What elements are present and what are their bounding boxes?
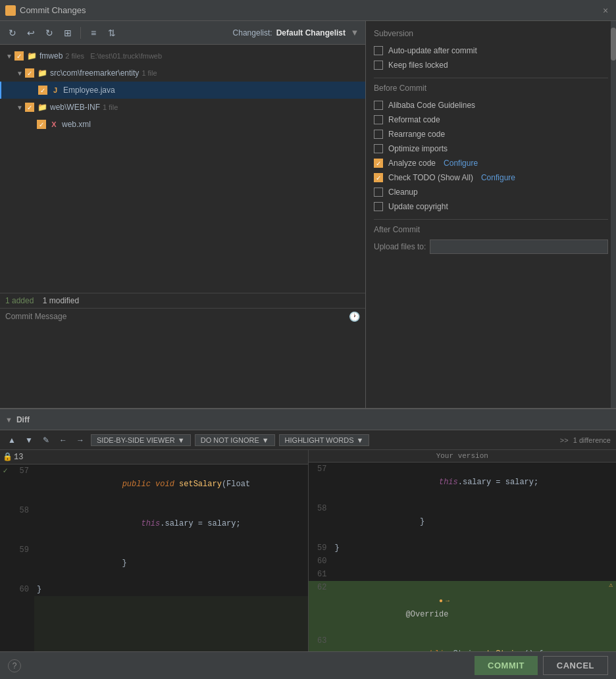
diff-next-button[interactable]: → [74, 434, 87, 447]
options-scrollbar-thumb[interactable] [611, 28, 616, 61]
cancel-button[interactable]: CANCEL [543, 656, 608, 675]
do-not-ignore-button[interactable]: DO NOT IGNORE ▼ [195, 434, 275, 446]
checkbox-fmweb[interactable]: ✓ [14, 51, 24, 61]
undo-button[interactable]: ↩ [24, 26, 38, 40]
expand-button[interactable]: ⇅ [105, 26, 119, 40]
diff-content: 🔒 13 ✓ 57 public void setSalary(Float [0, 450, 616, 651]
link-analyze-configure[interactable]: Configure [444, 159, 478, 168]
highlight-words-button[interactable]: HIGHLIGHT WORDS ▼ [279, 434, 370, 446]
redo-button[interactable]: ↻ [42, 26, 57, 40]
gutter-check-57: ✓ [0, 465, 11, 478]
linenum-58-right: 58 [309, 502, 332, 515]
checkbox-rearrange[interactable] [374, 130, 383, 139]
toolbar: ↻ ↩ ↻ ⊞ ≡ ⇅ Changelist: Default Changeli… [0, 21, 365, 45]
tree-item-entity[interactable]: ▼ ✓ 📁 src\com\freemarker\entity 1 file [0, 64, 365, 82]
linenum-61-right: 61 [309, 568, 332, 581]
commit-button[interactable]: COMMIT [475, 656, 538, 675]
diff-count: >> 1 difference [560, 436, 611, 444]
checkbox-keep-files[interactable] [374, 61, 383, 70]
commit-history-icon[interactable]: 🕐 [349, 311, 360, 322]
stats-bar: 1 added 1 modified [0, 293, 365, 308]
right-line-62: 62 ● → @Override ⚠ [309, 581, 617, 634]
label-auto-update: Auto-update after commit [388, 46, 477, 55]
top-panel: ↻ ↩ ↻ ⊞ ≡ ⇅ Changelist: Default Changeli… [0, 21, 616, 409]
checkbox-employee[interactable]: ✓ [38, 86, 47, 95]
tree-item-employee[interactable]: ✓ J Employee.java [0, 82, 365, 99]
checkbox-auto-update[interactable] [374, 46, 383, 55]
checkbox-alibaba[interactable] [374, 101, 383, 110]
tree-item-fmweb[interactable]: ▼ ✓ 📁 fmweb 2 files E:\test\01.truck\fmw… [0, 47, 365, 64]
folder-icon-webinf: 📁 [37, 102, 47, 113]
left-content-59: } [34, 543, 308, 583]
label-check-todo: Check TODO (Show All) [388, 173, 473, 182]
changelist-dropdown[interactable]: ▼ [349, 28, 360, 38]
checkbox-optimize[interactable] [374, 144, 383, 153]
entity-meta: 1 file [141, 69, 157, 77]
after-commit-title: After Commit [374, 225, 608, 234]
label-alibaba: Alibaba Code Guidelines [388, 101, 475, 110]
option-check-todo: ✓ Check TODO (Show All) Configure [374, 170, 608, 185]
chevron-down-icon-webinf: ▼ [16, 103, 24, 111]
upload-field[interactable] [430, 239, 608, 254]
linenum-57-right: 57 [309, 463, 332, 476]
folder-icon-entity: 📁 [37, 68, 47, 78]
diff-chevron-icon[interactable]: ▼ [5, 416, 13, 424]
close-button[interactable]: × [600, 5, 611, 16]
checkbox-webxml[interactable]: ✓ [37, 120, 46, 129]
right-line-63: 63 public String toString() { [309, 634, 617, 651]
right-content-59: } [332, 541, 606, 555]
tree-item-webinf[interactable]: ▼ ✓ 📁 web\WEB-INF 1 file [0, 99, 365, 116]
before-commit-title: Before Commit [374, 84, 608, 93]
folder-icon: 📁 [26, 51, 37, 61]
left-line-58: 58 this.salary = salary; [0, 504, 308, 543]
help-button[interactable]: ? [8, 659, 21, 672]
upload-label: Upload files to: [374, 242, 426, 251]
checkbox-analyze[interactable]: ✓ [374, 159, 383, 168]
diff-nav-down-button[interactable]: ▼ [22, 434, 36, 447]
commit-message-area: Commit Message 🕐 [0, 308, 365, 408]
app-icon [5, 5, 16, 16]
right-code-lines: 57 this.salary = salary; 58 } [309, 463, 617, 651]
bottom-bar: ? COMMIT CANCEL [0, 651, 616, 679]
left-content-60: } [34, 583, 308, 596]
xml-file-icon: X [49, 119, 59, 130]
right-line-59: 59 } [309, 541, 617, 555]
side-by-side-viewer-button[interactable]: SIDE-BY-SIDE VIEWER ▼ [91, 434, 191, 446]
commit-message-input[interactable] [5, 324, 360, 403]
linenum-63-right: 63 [309, 634, 332, 647]
checkbox-check-todo[interactable]: ✓ [374, 173, 383, 182]
group-button[interactable]: ⊞ [61, 26, 75, 40]
java-file-icon: J [50, 85, 61, 95]
right-content-62: ● → @Override [332, 581, 606, 634]
right-line-60: 60 [309, 555, 617, 568]
checkbox-update-copyright[interactable] [374, 202, 383, 211]
diff-prev-button[interactable]: ← [57, 434, 70, 447]
checkbox-reformat[interactable] [374, 115, 383, 124]
chevron-down-icon: ▼ [5, 52, 13, 60]
sort-button[interactable]: ≡ [86, 26, 101, 40]
upload-row: Upload files to: [374, 239, 608, 254]
viewer-dropdown-icon: ▼ [178, 436, 185, 444]
link-todo-configure[interactable]: Configure [481, 173, 515, 182]
viewer-label: SIDE-BY-SIDE VIEWER [97, 436, 175, 444]
diff-edit-button[interactable]: ✎ [39, 434, 53, 447]
divider-1 [374, 78, 608, 78]
checkbox-cleanup[interactable] [374, 188, 383, 197]
changelist-label: Changelist: [233, 28, 272, 38]
toolbar-divider-1 [80, 27, 81, 39]
tree-item-webxml[interactable]: ✓ X web.xml [0, 116, 365, 133]
subversion-title: Subversion [374, 29, 608, 38]
label-reformat: Reformat code [388, 115, 440, 124]
left-line-empty-1 [0, 596, 308, 609]
label-rearrange: Rearrange code [388, 130, 445, 139]
lock-num: 13 [14, 453, 23, 462]
diff-nav-up-button[interactable]: ▲ [5, 434, 18, 447]
checkbox-entity[interactable]: ✓ [25, 68, 34, 78]
option-alibaba: Alibaba Code Guidelines [374, 98, 608, 113]
checkbox-webinf[interactable]: ✓ [25, 103, 34, 112]
refresh-button[interactable]: ↻ [5, 26, 20, 40]
options-scrollbar[interactable] [611, 21, 616, 408]
webinf-meta: 1 file [103, 103, 118, 111]
override-marker: ● [439, 595, 443, 608]
webinf-name: web\WEB-INF [50, 103, 100, 112]
